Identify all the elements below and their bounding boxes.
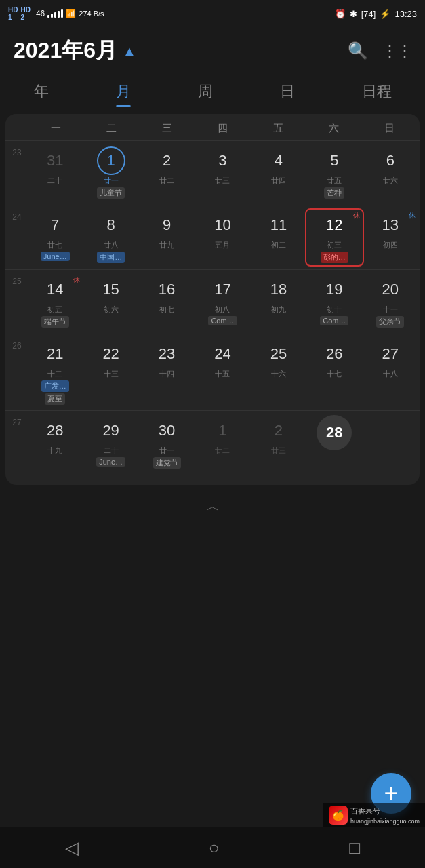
day-cell-4[interactable]: 4 廿四 [251, 145, 306, 201]
search-icon[interactable]: 🔍 [348, 41, 368, 60]
day-cell-17[interactable]: 17 初八 Com… [195, 274, 250, 330]
day-number: 17 [208, 275, 237, 304]
day-cell-5[interactable]: 5 廿五 芒种 [306, 145, 362, 201]
wifi-icon: 📶 [66, 9, 76, 18]
calendar-week-23: 23 31 二十 1 廿一 儿童节 2 廿二 3 廿三 4 廿四 5 廿五 [5, 140, 420, 205]
today-fab[interactable]: 28 [317, 415, 352, 450]
week-num-24: 24 [7, 210, 27, 265]
time-label: 13:23 [394, 9, 417, 19]
day-header-sun: 日 [361, 119, 417, 138]
calendar-week-25: 25 休 14 初五 端午节 15 初六 16 初七 17 初八 Com… 18… [5, 269, 420, 334]
day-cell-13[interactable]: 休 13 初四 [363, 210, 418, 265]
nav-back[interactable]: ◁ [65, 837, 79, 859]
day-header-thu: 四 [195, 119, 251, 138]
watermark-text: 百香果号huangjinbaixiangguo.com [350, 806, 420, 825]
day-number: 4 [264, 146, 293, 175]
day-cell-11[interactable]: 11 初二 [251, 210, 306, 265]
day-cell-6[interactable]: 6 廿六 [363, 145, 418, 201]
day-cell-29[interactable]: 29 二十 June… [83, 415, 138, 481]
week-num-23: 23 [7, 145, 27, 201]
day-cell-1-jul[interactable]: 1 廿二 [195, 415, 250, 481]
event-com-17: Com… [208, 316, 237, 326]
watermark: 🍊 百香果号huangjinbaixiangguo.com [323, 803, 425, 827]
event-mangzhong: 芒种 [324, 187, 344, 199]
calendar-container: 一 二 三 四 五 六 日 23 31 二十 1 廿一 儿童节 2 廿二 3 廿… [5, 114, 420, 485]
day-number: 26 [320, 340, 348, 368]
day-number: 2 [153, 146, 181, 175]
expand-icon: ︿ [206, 498, 220, 513]
day-cell-2-jul[interactable]: 2 廿三 [251, 415, 306, 481]
day-cell-21[interactable]: 21 十二 广发… 夏至 [27, 338, 83, 406]
day-lunar: 十八 [383, 369, 398, 379]
day-number: 20 [376, 275, 405, 304]
day-cell-22[interactable]: 22 十三 [83, 338, 138, 406]
day-lunar: 二十 [104, 446, 119, 456]
day-lunar: 廿一 [159, 446, 174, 456]
day-cell-10[interactable]: 10 五月 [195, 210, 250, 265]
tab-week[interactable]: 周 [198, 81, 213, 107]
day-headers: 一 二 三 四 五 六 日 [5, 114, 420, 140]
day-number: 8 [97, 211, 125, 239]
battery-label: [74] [361, 9, 376, 19]
day-lunar: 初十 [327, 304, 342, 315]
tab-schedule[interactable]: 日程 [362, 81, 392, 107]
day-lunar: 廿九 [159, 240, 174, 250]
charge-icon: ⚡ [380, 9, 390, 19]
day-cell-14[interactable]: 休 14 初五 端午节 [27, 274, 83, 330]
day-cell-9[interactable]: 9 廿九 [139, 210, 195, 265]
expand-arrow[interactable]: ︿ [0, 492, 425, 521]
day-lunar: 初八 [215, 304, 230, 315]
day-header-sat: 六 [306, 119, 361, 138]
day-cell-2[interactable]: 2 廿二 [139, 145, 195, 201]
day-lunar: 五月 [215, 240, 230, 250]
app-title[interactable]: 2021年6月 ▲ [14, 36, 136, 66]
day-cell-20[interactable]: 20 十一 父亲节 [363, 274, 418, 330]
day-lunar: 廿五 [327, 176, 342, 186]
tab-year[interactable]: 年 [34, 81, 49, 107]
day-number-today: 1 [97, 146, 125, 175]
day-cell-25[interactable]: 25 十六 [251, 338, 306, 406]
day-number: 29 [97, 416, 125, 445]
day-cell-19[interactable]: 19 初十 Com… [306, 274, 362, 330]
day-number: 23 [153, 340, 181, 368]
nav-recent[interactable]: □ [349, 837, 360, 859]
day-number: 9 [153, 211, 181, 239]
day-cell-1[interactable]: 1 廿一 儿童节 [83, 145, 138, 201]
day-lunar: 十六 [271, 369, 286, 379]
day-lunar: 十五 [215, 369, 230, 379]
day-number: 2 [264, 416, 293, 445]
day-cell-3[interactable]: 3 廿三 [195, 145, 250, 201]
holiday-badge-13: 休 [409, 211, 416, 220]
calendar-week-24: 24 7 廿七 June… 8 廿八 中国… 9 廿九 10 五月 11 初二 [5, 205, 420, 269]
day-cell-12[interactable]: 休 12 初三 彭的… [305, 208, 363, 267]
tab-day[interactable]: 日 [280, 81, 295, 107]
nav-bar: ◁ ○ □ [0, 827, 425, 868]
day-lunar: 廿三 [271, 446, 286, 456]
day-cell-18[interactable]: 18 初九 [251, 274, 306, 330]
day-number: 14 [41, 275, 69, 304]
day-cell-31-may[interactable]: 31 二十 [27, 145, 83, 201]
title-arrow[interactable]: ▲ [123, 43, 136, 59]
day-cell-7[interactable]: 7 廿七 June… [27, 210, 83, 265]
nav-home[interactable]: ○ [209, 837, 220, 859]
day-lunar: 初二 [271, 240, 286, 250]
speed-label: 274 B/s [79, 9, 104, 18]
day-cell-30[interactable]: 30 廿一 建党节 [139, 415, 195, 481]
day-cell-28[interactable]: 28 十九 [27, 415, 83, 481]
network-label: 46 [36, 9, 45, 18]
day-number: 13 [376, 211, 405, 239]
more-icon[interactable]: ⋮⋮ [382, 41, 411, 60]
day-lunar: 十七 [327, 369, 342, 379]
day-cell-26[interactable]: 26 十七 [306, 338, 362, 406]
day-number: 11 [264, 211, 293, 239]
day-cell-24[interactable]: 24 十五 [195, 338, 250, 406]
day-cell-27[interactable]: 27 十八 [363, 338, 418, 406]
event-childrensday: 儿童节 [97, 187, 125, 199]
day-cell-15[interactable]: 15 初六 [83, 274, 138, 330]
day-cell-3-jul[interactable]: 3 28 [306, 415, 362, 481]
day-lunar: 初九 [271, 304, 286, 315]
tab-month[interactable]: 月 [116, 81, 131, 107]
day-cell-8[interactable]: 8 廿八 中国… [83, 210, 138, 265]
day-cell-16[interactable]: 16 初七 [139, 274, 195, 330]
day-cell-23[interactable]: 23 十四 [139, 338, 195, 406]
